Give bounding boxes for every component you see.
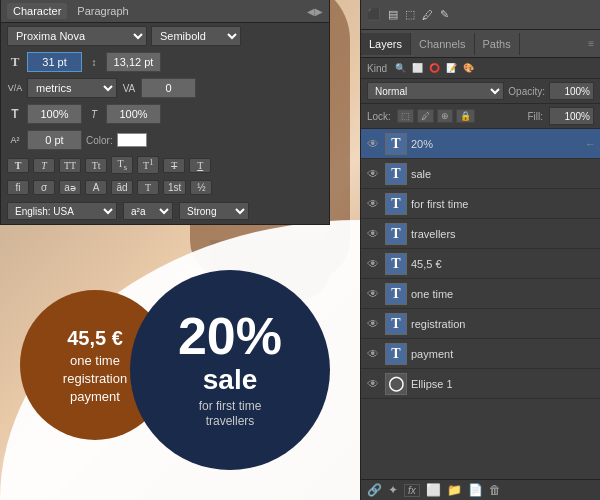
layer-eye-icon[interactable]: 👁 (365, 257, 381, 271)
mask-icon[interactable]: ⬜ (426, 483, 441, 497)
language-row: English: USA a²a Strong (1, 198, 329, 224)
layer-eye-icon[interactable]: 👁 (365, 287, 381, 301)
fmt-btn-tc[interactable]: Tt (85, 158, 107, 173)
lock-transparency-btn[interactable]: ⬚ (397, 109, 414, 123)
kerning-row: V/A metrics VA (1, 75, 329, 101)
vscale-input[interactable] (27, 104, 82, 124)
layers-expand[interactable]: ≡ (582, 38, 600, 49)
fmt-btn-fi[interactable]: fi (7, 180, 29, 195)
lock-label: Lock: (367, 111, 391, 122)
lock-fill-row: Lock: ⬚ 🖊 ⊕ 🔒 Fill: (361, 104, 600, 129)
toolbar-icon-4[interactable]: 🖊 (420, 8, 435, 22)
metrics-select[interactable]: metrics (27, 78, 117, 98)
size-input[interactable] (27, 52, 82, 72)
fmt-btn-sigma[interactable]: σ (33, 180, 55, 195)
tab-layers[interactable]: Layers (361, 33, 411, 55)
font-select[interactable]: Proxima Nova (7, 26, 147, 46)
layer-item[interactable]: 👁Tfor first time (361, 189, 600, 219)
blue-circle: 20% sale for first time travellers (130, 270, 330, 470)
fmt-btn-bold[interactable]: T (7, 158, 29, 173)
color-swatch[interactable] (117, 133, 147, 147)
leading-input[interactable] (106, 52, 161, 72)
add-style-icon[interactable]: ✦ (388, 483, 398, 497)
vscale-icon: T (7, 107, 23, 121)
fmt-btn-strike[interactable]: T (163, 158, 185, 173)
toolbar-icon-5[interactable]: ✎ (438, 7, 451, 22)
tab-paragraph[interactable]: Paragraph (71, 3, 134, 19)
hscale-icon: T (86, 109, 102, 120)
layer-item[interactable]: 👁T45,5 € (361, 249, 600, 279)
kerning-input[interactable] (141, 78, 196, 98)
layer-item[interactable]: 👁Tpayment (361, 339, 600, 369)
link-icon[interactable]: 🔗 (367, 483, 382, 497)
fmt-btn-ad[interactable]: ād (111, 180, 133, 195)
lock-all-btn[interactable]: 🔒 (456, 109, 475, 123)
layer-eye-icon[interactable]: 👁 (365, 137, 381, 151)
layer-eye-icon[interactable]: 👁 (365, 227, 381, 241)
fmt-btn-ae[interactable]: aə (59, 180, 81, 195)
layer-item[interactable]: 👁Tregistration (361, 309, 600, 339)
layer-name-label: for first time (411, 198, 596, 210)
layer-thumb-label: T (391, 256, 400, 272)
tab-paths[interactable]: Paths (475, 33, 520, 55)
sharpness-select[interactable]: Strong (179, 202, 249, 220)
fx-button[interactable]: fx (404, 484, 420, 497)
layer-thumbnail: T (385, 223, 407, 245)
group-icon[interactable]: 📁 (447, 483, 462, 497)
opacity-input[interactable] (549, 82, 594, 100)
fmt-btn-sub[interactable]: Ts (111, 156, 133, 174)
layer-name-label: travellers (411, 228, 596, 240)
filter-icon-4[interactable]: 📝 (444, 62, 459, 74)
layer-item[interactable]: 👁Tone time (361, 279, 600, 309)
layer-thumb-label: T (391, 226, 400, 242)
toolbar-icon-3[interactable]: ⬚ (403, 7, 417, 22)
fmt-btn-t[interactable]: T (137, 180, 159, 195)
fmt-btn-italic[interactable]: T (33, 158, 55, 173)
layer-item[interactable]: 👁Ttravellers (361, 219, 600, 249)
filter-icon-3[interactable]: ⭕ (427, 62, 442, 74)
layers-list: 👁T20%←👁Tsale👁Tfor first time👁Ttravellers… (361, 129, 600, 479)
lock-image-btn[interactable]: 🖊 (417, 109, 434, 123)
tab-character[interactable]: Character (7, 3, 67, 19)
fmt-btn-sup[interactable]: T1 (137, 156, 159, 173)
aa-select[interactable]: a²a (123, 202, 173, 220)
layer-item[interactable]: 👁T20%← (361, 129, 600, 159)
layer-item[interactable]: 👁◯Ellipse 1 (361, 369, 600, 399)
style-select[interactable]: Semibold (151, 26, 241, 46)
filter-icon-2[interactable]: ⬜ (410, 62, 425, 74)
hscale-input[interactable] (106, 104, 161, 124)
fmt-btn-1st[interactable]: 1st (163, 180, 186, 195)
layer-name-label: sale (411, 168, 596, 180)
language-select[interactable]: English: USA (7, 202, 117, 220)
new-layer-icon[interactable]: 📄 (468, 483, 483, 497)
baseline-input[interactable] (27, 130, 82, 150)
kerning-icon: VA (121, 83, 137, 94)
delete-icon[interactable]: 🗑 (489, 483, 501, 497)
blend-select[interactable]: Normal (367, 82, 504, 100)
fmt-btn-under[interactable]: T (189, 158, 211, 173)
fill-input[interactable] (549, 107, 594, 125)
toolbar-icon-2[interactable]: ▤ (386, 7, 400, 22)
lock-position-btn[interactable]: ⊕ (437, 109, 453, 123)
layer-thumbnail: T (385, 163, 407, 185)
filter-icon-5[interactable]: 🎨 (461, 62, 476, 74)
layer-thumbnail: T (385, 283, 407, 305)
panel-arrows: ◀▶ (307, 6, 323, 17)
layer-name-label: one time (411, 288, 596, 300)
layer-eye-icon[interactable]: 👁 (365, 347, 381, 361)
toolbar-icon-1[interactable]: ⬛ (365, 7, 383, 22)
layer-eye-icon[interactable]: 👁 (365, 377, 381, 391)
pct-text: 20% (178, 310, 282, 362)
layer-item[interactable]: 👁Tsale (361, 159, 600, 189)
fmt-btn-half[interactable]: ½ (190, 180, 212, 195)
layer-thumb-label: T (391, 316, 400, 332)
layer-eye-icon[interactable]: 👁 (365, 197, 381, 211)
filter-icon-1[interactable]: 🔍 (393, 62, 408, 74)
layer-thumbnail: T (385, 133, 407, 155)
layer-eye-icon[interactable]: 👁 (365, 167, 381, 181)
layer-eye-icon[interactable]: 👁 (365, 317, 381, 331)
tab-channels[interactable]: Channels (411, 33, 474, 55)
fmt-btn-tt[interactable]: TT (59, 158, 81, 173)
layer-thumb-label: T (391, 286, 400, 302)
fmt-btn-a[interactable]: A (85, 180, 107, 195)
